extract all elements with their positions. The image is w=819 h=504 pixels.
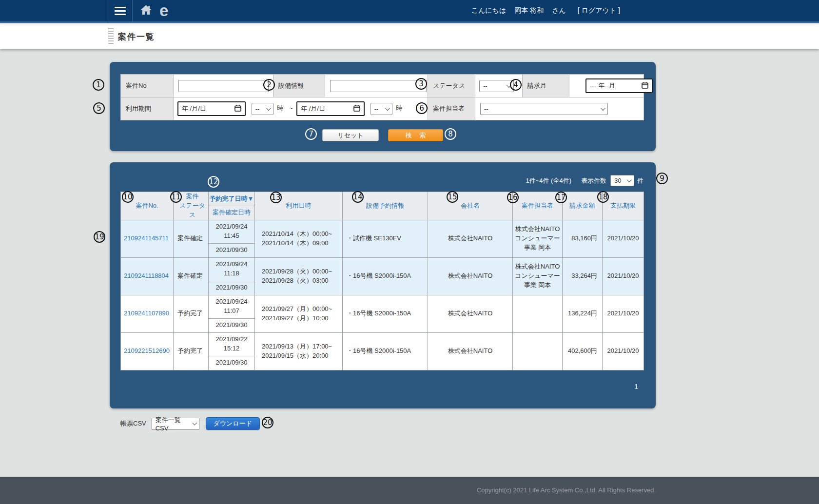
confirmed-at-value: 2021/09/30 [209,356,254,370]
annotation-1: 1 [93,79,104,91]
amount-cell: 402,600円 [563,332,603,370]
company-cell: 株式会社NAITO [428,332,513,370]
annotation-16: 16 [507,192,519,203]
manager-select[interactable]: -- [480,103,608,115]
header-usage-datetime[interactable]: 利用日時 [255,192,343,220]
calendar-icon [642,82,648,90]
usage-start-hour-select[interactable]: -- [252,103,273,115]
case-no-link[interactable]: 2109241145711 [121,220,174,257]
annotation-5: 5 [93,102,105,114]
header-reserved-at[interactable]: 予約完了日時▼ [209,193,254,206]
company-cell: 株式会社NAITO [428,295,513,332]
e-logo[interactable]: e [159,0,168,21]
header-dates: 予約完了日時▼ 案件確定日時 [209,192,255,220]
download-button[interactable]: ダウンロード [206,417,260,430]
page-size-select[interactable]: 30 [610,175,634,186]
annotation-2: 2 [263,79,275,91]
logout-link[interactable]: [ ログアウト ] [578,6,620,15]
status-cell: 案件確定 [174,220,209,257]
case-no-link[interactable]: 2109241107890 [121,295,174,332]
case-no-link[interactable]: 2109241118804 [121,257,174,295]
due-date-cell: 2021/10/20 [603,332,644,370]
billing-month-label: 請求月 [523,75,569,97]
annotation-15: 15 [447,191,458,203]
annotation-12: 12 [208,176,219,188]
annotation-10: 10 [122,191,134,203]
page-title: 案件一覧 [118,31,155,42]
results-panel: 1件~4件 (全4件) 表示件数 30 件 案件No. 案件 ステータス 予約完… [110,162,656,408]
range-separator-text: ~ [289,104,293,112]
table-row: 2109241118804 案件確定 2021/09/24 11:18 2021… [121,257,644,295]
hour-unit-text: 時 [396,104,402,112]
csv-type-select[interactable]: 案件一覧CSV [152,418,199,430]
annotation-14: 14 [352,191,364,203]
header-amount[interactable]: 請求金額 [563,192,603,220]
due-date-cell: 2021/10/20 [603,257,644,295]
chevron-down-icon [266,106,271,111]
hour-unit-text: 時 [277,104,283,112]
pagination-page-1[interactable]: 1 [634,383,638,390]
company-cell: 株式会社NAITO [428,220,513,257]
status-select[interactable]: -- [479,80,514,92]
copyright-text: Copyright(c) 2021 Life Arc System Co.,Lt… [0,477,656,504]
calendar-icon [234,105,241,113]
menu-button[interactable] [108,0,133,21]
page-size-label: 表示件数 [581,176,606,185]
case-list-table: 案件No. 案件 ステータス 予約完了日時▼ 案件確定日時 利用日時 設備予約情… [120,192,644,370]
case-no-input[interactable] [178,80,269,92]
home-icon [139,3,153,19]
annotation-8: 8 [445,128,456,140]
equipment-cell: ・16号機 S2000i-150A [343,295,428,332]
confirmed-at-value: 2021/09/30 [209,318,254,332]
billing-month-input[interactable]: ----年--月 [585,78,653,93]
reserved-at-value: 2021/09/24 11:45 [209,220,254,243]
footer: Copyright(c) 2021 Life Arc System Co.,Lt… [0,477,819,504]
status-cell: 案件確定 [174,257,209,295]
hamburger-icon [115,7,126,15]
annotation-6: 6 [416,102,428,114]
manager-cell: 株式会社NAITO コンシューマー 事業 岡本 [513,257,563,295]
confirmed-at-value: 2021/09/30 [209,243,254,257]
annotation-20: 20 [262,417,273,428]
manager-cell [513,295,563,332]
csv-export-bar: 帳票CSV 案件一覧CSV ダウンロード [120,417,260,430]
search-form: 案件No 設備情報 ステータス -- 請求月 ----年--月 [120,74,644,120]
confirmed-at-value: 2021/09/30 [209,281,254,295]
csv-label: 帳票CSV [120,419,146,428]
reset-button[interactable]: リセット [322,129,379,141]
equipment-input[interactable] [330,80,427,92]
page-size-unit: 件 [637,176,644,185]
search-button[interactable]: 検 索 [388,129,443,141]
honorific-text: さん [552,6,566,15]
usage-end-hour-select[interactable]: -- [370,103,392,115]
usage-datetime-cell: 2021/10/14（木）00:00~ 2021/10/14（木）09:00 [255,220,343,257]
due-date-cell: 2021/10/20 [603,295,644,332]
table-row: 2109241107890 予約完了 2021/09/24 11:07 2021… [121,295,644,332]
usage-end-date-input[interactable]: 年 /月/日 [296,101,365,116]
annotation-7: 7 [305,128,317,140]
usage-datetime-cell: 2021/09/28（火）00:00~ 2021/09/28（火）03:00 [255,257,343,295]
reserved-at-value: 2021/09/24 11:07 [209,295,254,318]
usage-start-date-input[interactable]: 年 /月/日 [177,101,246,116]
annotation-3: 3 [415,78,427,90]
header-company[interactable]: 会社名 [428,192,513,220]
home-button[interactable] [139,0,153,21]
chevron-down-icon [385,106,390,111]
equipment-cell: ・16号機 S2000i-150A [343,332,428,370]
equipment-label: 設備情報 [273,75,325,97]
header-confirmed-at[interactable]: 案件確定日時 [209,206,254,219]
annotation-4: 4 [510,79,522,91]
reserved-at-value: 2021/09/24 11:18 [209,258,254,281]
top-navigation-bar: e こんにちは 岡本 将和 さん [ ログアウト ] [0,0,819,23]
amount-cell: 136,224円 [563,295,603,332]
topbar-spacer [0,0,108,21]
dates-cell: 2021/09/24 11:45 2021/09/30 [209,220,255,257]
table-row: 2109241145711 案件確定 2021/09/24 11:45 2021… [121,220,644,257]
table-row: 2109221512690 予約完了 2021/09/22 15:12 2021… [121,332,644,370]
case-no-link[interactable]: 2109221512690 [121,332,174,370]
dates-cell: 2021/09/22 15:12 2021/09/30 [209,332,255,370]
equipment-cell: ・16号機 S2000i-150A [343,257,428,295]
dates-cell: 2021/09/24 11:18 2021/09/30 [209,257,255,295]
annotation-17: 17 [555,192,567,203]
annotation-18: 18 [597,191,609,203]
